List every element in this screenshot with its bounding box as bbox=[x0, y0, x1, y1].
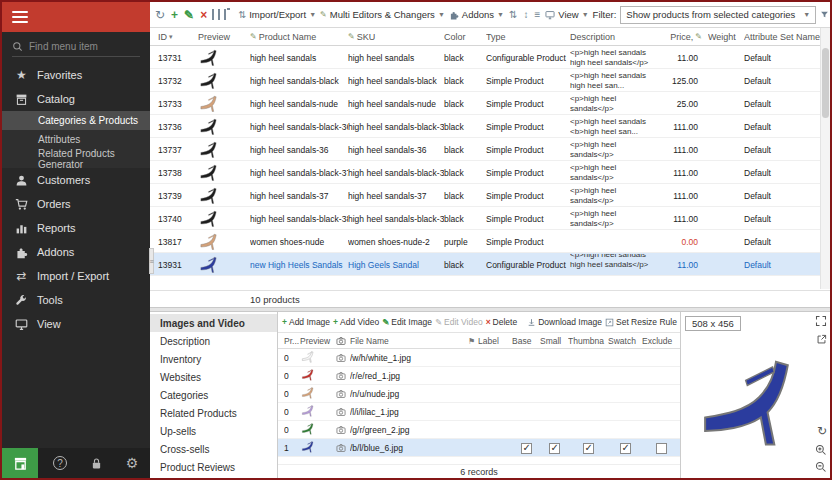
column-header-price[interactable]: Price,✎ bbox=[660, 32, 708, 42]
tab-description[interactable]: Description bbox=[150, 332, 277, 350]
sidebar-item-categories-products[interactable]: Categories & Products bbox=[2, 111, 150, 130]
tab-product-reviews[interactable]: Product Reviews bbox=[150, 458, 277, 476]
cell-product-name[interactable]: new High Heels Sandals bbox=[250, 253, 348, 276]
tab-images-and-video[interactable]: Images and Video bbox=[150, 314, 277, 332]
cell-price[interactable]: 111.00 bbox=[660, 138, 708, 161]
sidebar-item-addons[interactable]: Addons bbox=[2, 240, 150, 264]
filters-menu[interactable]: Filters▼ bbox=[820, 9, 830, 20]
image-row[interactable]: 0 /n/u/nude.jpg bbox=[278, 385, 680, 403]
edit-product-icon[interactable]: ✎ bbox=[183, 9, 195, 21]
thumbnail-checkbox[interactable] bbox=[583, 443, 594, 454]
paste-icon[interactable] bbox=[224, 9, 226, 20]
product-row[interactable]: 13740 high heel sandals-black-38 high he… bbox=[150, 207, 820, 230]
sidebar-item-attributes[interactable]: Attributes bbox=[2, 130, 150, 149]
cell-product-name[interactable]: high heel sandals-nude bbox=[250, 92, 348, 115]
tab-related-products[interactable]: Related Products bbox=[150, 404, 277, 422]
add-product-icon[interactable]: + bbox=[170, 9, 179, 21]
column-header-weight[interactable]: Weight bbox=[708, 32, 744, 42]
lock-button[interactable] bbox=[78, 448, 114, 478]
cell-sku[interactable]: high heel sandals-nude bbox=[348, 92, 444, 115]
tab-categories[interactable]: Categories bbox=[150, 386, 277, 404]
cell-price[interactable]: 125.00 bbox=[660, 69, 708, 92]
image-row[interactable]: 0 /g/r/green_2.jpg bbox=[278, 421, 680, 439]
tab-inventory[interactable]: Inventory bbox=[150, 350, 277, 368]
product-row[interactable]: 13737 high heel sandals-36 high heel san… bbox=[150, 138, 820, 161]
column-header-thumbnail[interactable]: Thumbna bbox=[568, 336, 608, 346]
product-row[interactable]: 13732 high heel sandals-black high heel … bbox=[150, 69, 820, 92]
sidebar-item-related-products-generator[interactable]: Related Products Generator bbox=[2, 149, 150, 168]
sidebar-item-tools[interactable]: Tools bbox=[2, 288, 150, 312]
edit-image-button[interactable]: ✎Edit Image bbox=[382, 317, 432, 327]
cell-product-name[interactable]: high heel sandals bbox=[250, 46, 348, 69]
vertical-scrollbar[interactable] bbox=[820, 28, 830, 289]
cell-price[interactable]: 111.00 bbox=[660, 115, 708, 138]
column-header-attribute-set[interactable]: Attribute Set Name bbox=[744, 32, 820, 42]
base-checkbox[interactable] bbox=[521, 443, 532, 454]
swatch-checkbox[interactable] bbox=[620, 443, 631, 454]
cell-price[interactable]: 111.00 bbox=[660, 184, 708, 207]
column-header-product-name[interactable]: ✎Product Name bbox=[250, 32, 348, 42]
image-size-field[interactable]: 508 x 456 bbox=[685, 316, 741, 331]
cell-price[interactable]: 11.00 bbox=[660, 253, 708, 276]
search-input[interactable] bbox=[29, 41, 129, 52]
cell-sku[interactable]: high heel sandals-37 bbox=[348, 184, 444, 207]
delete-image-button[interactable]: ×Delete bbox=[486, 317, 518, 327]
settings-button[interactable]: ⚙ bbox=[114, 448, 150, 478]
product-row[interactable]: 13731 high heel sandals high heel sandal… bbox=[150, 46, 820, 69]
cell-price[interactable]: 25.00 bbox=[660, 92, 708, 115]
column-header-description[interactable]: Description bbox=[570, 32, 660, 42]
product-row[interactable]: 13739 high heel sandals-37 high heel san… bbox=[150, 184, 820, 207]
cell-price[interactable]: 11.00 bbox=[660, 46, 708, 69]
sidebar-item-import-export[interactable]: ⇄Import / Export bbox=[2, 264, 150, 288]
column-header-sku[interactable]: ✎SKU bbox=[348, 32, 444, 42]
panel-resize-handle[interactable]: ≡ bbox=[149, 248, 154, 274]
column-header-preview[interactable]: Preview bbox=[198, 32, 250, 42]
column-header-swatch[interactable]: Swatch bbox=[608, 336, 642, 346]
zoom-in-icon[interactable] bbox=[815, 444, 827, 456]
open-in-new-icon[interactable] bbox=[816, 334, 827, 345]
product-row[interactable]: 13738 high heel sandals-black-37 high he… bbox=[150, 161, 820, 184]
view-menu[interactable]: View▼ bbox=[545, 9, 588, 20]
cell-sku[interactable]: high heel sandals-36 bbox=[348, 138, 444, 161]
rotate-icon[interactable]: ↻ bbox=[817, 424, 827, 438]
add-video-button[interactable]: +Add Video bbox=[333, 317, 379, 327]
cell-sku[interactable]: high heel sandals-black-37 bbox=[348, 161, 444, 184]
column-header-type[interactable]: Type bbox=[486, 32, 570, 42]
cell-product-name[interactable]: high heel sandals-black-37 bbox=[250, 161, 348, 184]
fullscreen-icon[interactable] bbox=[815, 315, 827, 327]
cell-sku[interactable]: high heel sandals-black-38 bbox=[348, 207, 444, 230]
refresh-icon[interactable]: ↻ bbox=[154, 9, 166, 21]
cell-product-name[interactable]: high heel sandals-36 bbox=[250, 138, 348, 161]
tab-websites[interactable]: Websites bbox=[150, 368, 277, 386]
duplicate-icon[interactable] bbox=[218, 9, 220, 20]
cell-sku[interactable]: high heel sandals-black bbox=[348, 69, 444, 92]
column-header-id[interactable]: ID▾ bbox=[158, 32, 198, 42]
cell-sku[interactable]: High Geels Sandal bbox=[348, 253, 444, 276]
sidebar-item-view[interactable]: View bbox=[2, 312, 150, 336]
image-row-selected[interactable]: 1 /b/l/blue_6.jpg bbox=[278, 439, 680, 457]
image-row[interactable]: 0 /l/i/lilac_1.jpg bbox=[278, 403, 680, 421]
sidebar-search[interactable] bbox=[12, 41, 140, 57]
sidebar-item-reports[interactable]: Reports bbox=[2, 216, 150, 240]
import-export-menu[interactable]: ⇅Import/Export▼ bbox=[238, 9, 316, 20]
image-row[interactable]: 0 /w/h/white_1.jpg bbox=[278, 349, 680, 367]
product-row[interactable]: 13817 women shoes-nude women shoes-nude-… bbox=[150, 230, 820, 253]
tab-up-sells[interactable]: Up-sells bbox=[150, 422, 277, 440]
product-row[interactable]: 13736 high heel sandals-black-36 high he… bbox=[150, 115, 820, 138]
cell-product-name[interactable]: women shoes-nude bbox=[250, 230, 348, 253]
sidebar-item-customers[interactable]: Customers bbox=[2, 168, 150, 192]
sort-icon[interactable]: ⇅ bbox=[508, 10, 518, 20]
column-header-preview[interactable]: Preview bbox=[300, 336, 336, 346]
column-header-exclude[interactable]: Exclude bbox=[642, 336, 680, 346]
image-row[interactable]: 0 /r/e/red_1.jpg bbox=[278, 367, 680, 385]
cell-product-name[interactable]: high heel sandals-black bbox=[250, 69, 348, 92]
product-row-selected[interactable]: 13931 new High Heels Sandals High Geels … bbox=[150, 253, 820, 276]
column-header-color[interactable]: Color bbox=[444, 32, 486, 42]
zoom-out-icon[interactable] bbox=[815, 461, 827, 473]
exclude-checkbox[interactable] bbox=[656, 443, 667, 454]
tab-cross-sells[interactable]: Cross-sells bbox=[150, 440, 277, 458]
expand-rows-icon[interactable]: ↕ bbox=[522, 10, 529, 20]
scrollbar-thumb[interactable] bbox=[822, 48, 829, 118]
column-header-label[interactable]: Label bbox=[478, 336, 512, 346]
help-button[interactable]: ? bbox=[42, 448, 78, 478]
